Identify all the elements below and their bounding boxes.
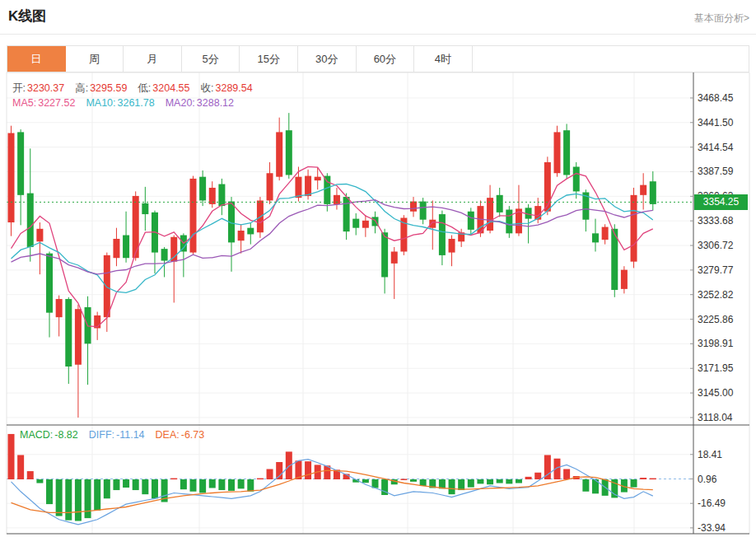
- candle-down: [468, 212, 474, 230]
- ohlc-legend-open: 开:3230.37: [12, 82, 64, 96]
- candle-down: [324, 176, 330, 204]
- macd-bar-negative: [189, 479, 196, 492]
- macd-bar-negative: [468, 479, 474, 488]
- macd-bar-negative: [449, 479, 455, 494]
- ma-legend-ma20: MA20:3288.12: [166, 97, 234, 109]
- candle-down: [439, 214, 446, 255]
- candle-up: [238, 231, 245, 240]
- candle-up: [113, 239, 119, 258]
- candle-up: [391, 251, 398, 263]
- candle-down: [247, 228, 254, 235]
- macd-bar-negative: [152, 479, 158, 498]
- macd-bar-negative: [113, 479, 119, 490]
- macd-legend: MACD:-8.82DIFF:-11.14DEA:-6.73: [20, 429, 204, 441]
- candle-down: [218, 184, 225, 207]
- macd-bar-negative: [56, 479, 63, 516]
- candle-down: [563, 130, 570, 175]
- macd-bar-negative: [497, 479, 503, 483]
- candle-down: [161, 249, 168, 260]
- macd-bar-negative: [46, 479, 53, 504]
- candle-up: [75, 309, 82, 365]
- price-tick-label: 3252.82: [698, 289, 734, 301]
- candle-up: [410, 202, 417, 212]
- current-price-badge: 3354.25: [694, 194, 748, 210]
- macd-bar-negative: [209, 479, 216, 488]
- macd-bar-negative: [362, 479, 369, 483]
- candle-up: [276, 132, 282, 176]
- candle-down: [27, 194, 34, 247]
- macd-legend-macd: MACD:-8.82: [20, 429, 78, 441]
- candle-down: [65, 299, 72, 367]
- candle-up: [640, 185, 646, 195]
- macd-bar-positive: [257, 479, 264, 480]
- macd-bar-positive: [267, 469, 273, 479]
- candle-down: [46, 254, 53, 313]
- macd-bar-negative: [85, 479, 91, 518]
- candle-up: [621, 270, 628, 289]
- macd-bar-positive: [400, 479, 407, 480]
- price-tick-label: 3333.68: [698, 215, 734, 226]
- candle-down: [650, 181, 656, 204]
- kline-chart-svg: 3468.453441.503414.543387.593360.633333.…: [0, 0, 756, 537]
- macd-bar-positive: [534, 473, 541, 479]
- ohlc-legend: 开:3230.37高:3295.59低:3204.55收:3289.54: [12, 82, 253, 96]
- price-tick-label: 3279.77: [698, 264, 734, 276]
- price-tick-label: 3198.91: [698, 338, 734, 349]
- macd-tick-label: -33.94: [698, 522, 726, 534]
- candle-up: [553, 132, 560, 173]
- macd-bar-negative: [506, 479, 512, 483]
- macd-bar-positive: [305, 461, 311, 479]
- macd-bar-positive: [27, 471, 34, 479]
- candle-up: [602, 227, 609, 240]
- candle-down: [199, 177, 206, 201]
- macd-bar-negative: [199, 479, 206, 493]
- price-tick-label: 3441.50: [698, 117, 734, 128]
- candle-down: [506, 210, 512, 234]
- macd-tick-label: 18.41: [698, 449, 722, 460]
- candle-up: [267, 173, 273, 200]
- ohlc-legend-high: 高:3295.59: [75, 82, 127, 96]
- macd-bar-positive: [170, 479, 177, 480]
- candle-down: [381, 232, 388, 277]
- price-tick-label: 3145.00: [698, 387, 734, 399]
- candle-up: [56, 299, 63, 317]
- price-tick-label: 3118.04: [698, 412, 733, 423]
- macd-bar-positive: [525, 477, 532, 479]
- macd-bar-positive: [17, 455, 24, 479]
- candle-up: [544, 162, 551, 212]
- candle-down: [420, 202, 427, 220]
- macd-legend-diff: DIFF:-11.14: [89, 429, 145, 441]
- candle-up: [487, 198, 493, 231]
- ohlc-legend-close: 收:3289.54: [201, 82, 253, 96]
- macd-bar-negative: [133, 479, 139, 490]
- macd-bar-negative: [142, 479, 148, 494]
- candle-up: [334, 195, 340, 204]
- price-tick-label: 3468.45: [698, 92, 734, 104]
- macd-bar-negative: [218, 479, 225, 490]
- macd-bar-negative: [65, 479, 72, 521]
- macd-bar-negative: [180, 479, 187, 489]
- price-tick-label: 3171.95: [698, 362, 734, 374]
- candle-down: [286, 130, 292, 175]
- macd-bar-negative: [487, 479, 493, 484]
- macd-legend-dea: DEA:-6.73: [156, 429, 205, 441]
- macd-bar-negative: [75, 479, 82, 521]
- candle-down: [142, 203, 148, 214]
- price-tick-label: 3225.86: [698, 314, 734, 325]
- macd-bar-negative: [410, 479, 417, 482]
- kline-page: K线图 基本面分析> 日周月5分15分30分60分4时 3468.453441.…: [0, 0, 756, 537]
- macd-bar-positive: [286, 451, 292, 479]
- candle-up: [36, 229, 43, 242]
- candle-up: [8, 133, 15, 223]
- macd-bar-negative: [420, 479, 427, 486]
- macd-bar-negative: [477, 479, 483, 483]
- macd-bar-negative: [238, 479, 245, 488]
- macd-tick-label: -16.49: [698, 497, 726, 509]
- macd-bar-negative: [247, 479, 254, 492]
- candle-down: [17, 132, 24, 194]
- candle-up: [295, 177, 301, 198]
- ma-legend: MA5:3227.52MA10:3261.78MA20:3288.12: [12, 97, 234, 109]
- macd-bar-negative: [631, 479, 637, 488]
- candle-up: [429, 220, 436, 228]
- candle-up: [305, 176, 311, 196]
